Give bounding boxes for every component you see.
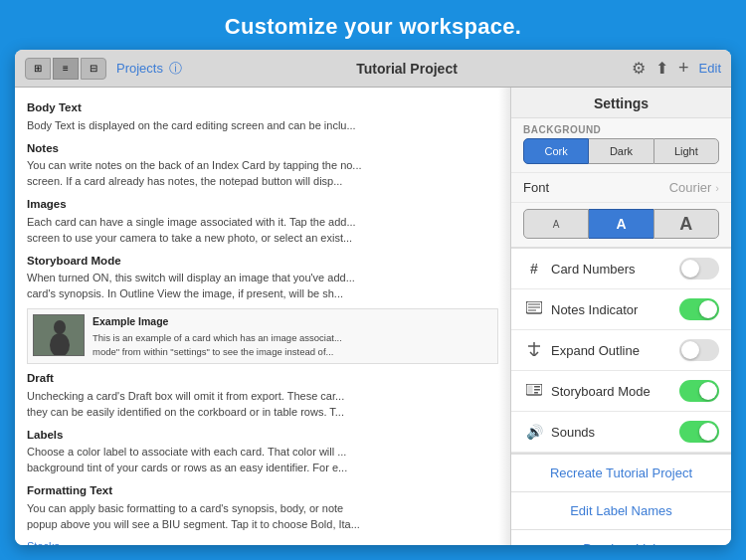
grid-view-button[interactable]: ⊞ [25, 58, 51, 80]
thumbnail-image [34, 315, 85, 356]
toolbar: ⊞ ≡ ⊟ Projects ⓘ Tutorial Project ⚙ ⬆ + … [15, 50, 731, 88]
section-text: Each card can have a single image associ… [27, 215, 498, 247]
outline-view-button[interactable]: ⊟ [81, 58, 106, 80]
settings-section-background: BACKGROUND Cork Dark Light [511, 118, 731, 172]
right-fade [498, 88, 510, 545]
info-icon[interactable]: ⓘ [169, 60, 182, 78]
section-body-text: Body Text Body Text is displayed on the … [27, 99, 498, 134]
section-text: Unchecking a card's Draft box will omit … [27, 389, 498, 421]
card-numbers-icon: # [523, 261, 545, 277]
section-storyboard: Storyboard Mode When turned ON, this swi… [27, 253, 498, 303]
svg-point-1 [54, 320, 66, 334]
toolbar-right-actions: ⚙ ⬆ + Edit [632, 58, 721, 79]
font-size-small-label: A [553, 219, 560, 230]
section-title: Body Text [27, 99, 498, 116]
toggle-thumb [699, 423, 717, 441]
recreate-tutorial-button[interactable]: Recreate Tutorial Project [511, 455, 731, 492]
card-numbers-label: Card Numbers [551, 262, 679, 277]
section-labels: Labels Choose a color label to associate… [27, 427, 498, 477]
section-formatting: Formatting Text You can apply basic form… [27, 482, 498, 533]
section-title: Images [27, 196, 498, 213]
list-view-button[interactable]: ≡ [53, 58, 79, 80]
bg-light-button[interactable]: Light [653, 138, 719, 164]
settings-header: Settings [511, 88, 731, 118]
expand-outline-row[interactable]: Expand Outline [511, 330, 731, 371]
font-size-large-label: A [679, 214, 692, 235]
font-size-small-button[interactable]: A [523, 209, 589, 239]
bg-dark-button[interactable]: Dark [589, 138, 653, 164]
font-size-medium-label: A [616, 216, 626, 232]
section-title: Storyboard Mode [27, 253, 498, 270]
projects-button[interactable]: Projects [116, 61, 163, 76]
font-size-medium-button[interactable]: A [589, 209, 653, 239]
share-icon[interactable]: ⬆ [655, 59, 668, 78]
background-toggle-row: Cork Dark Light [511, 138, 731, 172]
background-section-label: BACKGROUND [511, 118, 731, 138]
document-pane[interactable]: Body Text Body Text is displayed on the … [15, 88, 510, 545]
toggle-thumb [699, 300, 717, 318]
sounds-toggle[interactable] [679, 421, 719, 443]
header-bar: Customize your workspace. [0, 0, 746, 50]
section-images: Images Each card can have a single image… [27, 196, 498, 247]
expand-outline-icon [523, 342, 545, 359]
gear-icon[interactable]: ⚙ [632, 59, 646, 78]
ipad-frame: ⊞ ≡ ⊟ Projects ⓘ Tutorial Project ⚙ ⬆ + … [15, 50, 731, 545]
toolbar-title: Tutorial Project [188, 61, 626, 77]
section-notes: Notes You can write notes on the back of… [27, 140, 498, 191]
expand-outline-label: Expand Outline [551, 343, 679, 358]
edit-button[interactable]: Edit [699, 61, 721, 76]
notes-indicator-icon [523, 301, 545, 318]
font-label: Font [523, 180, 669, 195]
svg-rect-12 [534, 389, 540, 391]
font-value: Courier [669, 180, 712, 195]
storyboard-mode-toggle[interactable] [679, 380, 719, 402]
font-row[interactable]: Font Courier › [511, 172, 731, 203]
notes-indicator-label: Notes Indicator [551, 302, 679, 317]
settings-panel: Settings BACKGROUND Cork Dark Light Font… [510, 88, 731, 545]
toggle-thumb [699, 382, 717, 400]
toggle-thumb [681, 260, 699, 278]
section-draft: Draft Unchecking a card's Draft box will… [27, 370, 498, 421]
edit-label-names-button[interactable]: Edit Label Names [511, 492, 731, 530]
toggle-thumb [681, 341, 699, 359]
section-title: Notes [27, 140, 498, 157]
sounds-row[interactable]: 🔊 Sounds [511, 412, 731, 453]
example-image-text: This is an example of a card which has a… [93, 331, 342, 358]
font-size-row: A A A [511, 203, 731, 247]
svg-rect-13 [534, 392, 538, 394]
notes-indicator-toggle[interactable] [679, 298, 719, 320]
dropbox-link-button[interactable]: Dropbox Link [511, 530, 731, 545]
stacks-link[interactable]: Stacks [27, 539, 498, 545]
section-title: Labels [27, 427, 498, 444]
sounds-icon: 🔊 [523, 424, 545, 440]
example-thumbnail [33, 314, 85, 356]
sounds-label: Sounds [551, 425, 679, 440]
example-image-label: Example Image [93, 314, 342, 329]
section-text: You can write notes on the back of an In… [27, 158, 498, 190]
svg-rect-11 [534, 386, 540, 388]
section-title: Draft [27, 370, 498, 387]
example-image-content: Example Image This is an example of a ca… [93, 314, 342, 358]
section-title: Formatting Text [27, 482, 498, 499]
header-title: Customize your workspace. [225, 14, 521, 39]
section-text: When turned ON, this switch will display… [27, 271, 498, 302]
svg-rect-10 [528, 385, 533, 393]
section-text: Choose a color label to associate with e… [27, 445, 498, 476]
content-area: Body Text Body Text is displayed on the … [15, 88, 731, 545]
expand-outline-toggle[interactable] [679, 339, 719, 361]
example-image-block: Example Image This is an example of a ca… [27, 308, 498, 364]
font-size-large-button[interactable]: A [653, 209, 719, 239]
storyboard-mode-row[interactable]: Storyboard Mode [511, 371, 731, 412]
section-text: You can apply basic formatting to a card… [27, 501, 498, 533]
card-numbers-row[interactable]: # Card Numbers [511, 249, 731, 289]
card-numbers-toggle[interactable] [679, 258, 719, 280]
bg-cork-button[interactable]: Cork [523, 138, 589, 164]
svg-point-2 [50, 333, 70, 356]
font-chevron-icon: › [715, 182, 719, 194]
section-text: Body Text is displayed on the card editi… [27, 118, 498, 134]
storyboard-mode-label: Storyboard Mode [551, 384, 679, 399]
add-icon[interactable]: + [678, 58, 689, 79]
storyboard-mode-icon [523, 384, 545, 399]
notes-indicator-row[interactable]: Notes Indicator [511, 289, 731, 330]
view-mode-icons: ⊞ ≡ ⊟ [25, 58, 106, 80]
